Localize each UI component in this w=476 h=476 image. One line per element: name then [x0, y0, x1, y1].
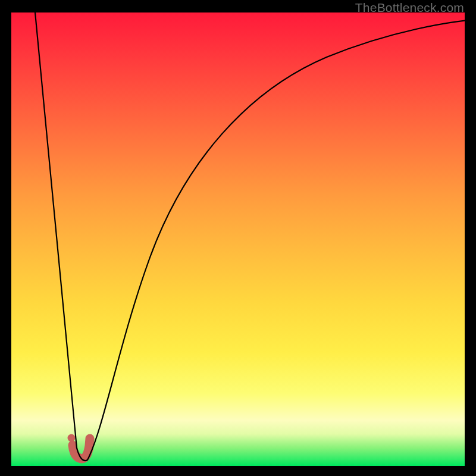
curve-svg — [11, 12, 465, 466]
bottleneck-curve — [35, 12, 465, 461]
watermark-text: TheBottleneck.com — [355, 1, 464, 15]
chart-frame: TheBottleneck.com — [0, 0, 476, 476]
plot-area — [11, 12, 465, 466]
sweet-spot-marker — [73, 439, 90, 459]
sweet-spot-dot — [68, 434, 76, 442]
